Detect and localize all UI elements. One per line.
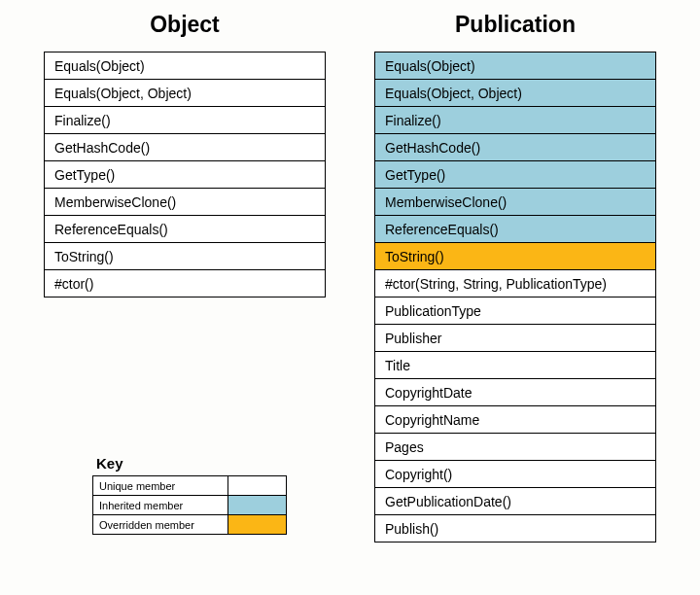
table-row: GetHashCode()	[375, 134, 656, 161]
table-row: Finalize()	[45, 107, 326, 134]
publication-member-table: Equals(Object)Equals(Object, Object)Fina…	[374, 52, 656, 542]
publication-member-cell: Title	[375, 352, 656, 379]
table-row: Publish()	[375, 515, 656, 542]
object-member-cell: Finalize()	[45, 107, 326, 134]
legend-title: Key	[92, 455, 287, 472]
object-member-cell: GetType()	[45, 161, 326, 189]
publication-member-cell: Pages	[375, 434, 656, 461]
object-member-table: Equals(Object)Equals(Object, Object)Fina…	[44, 52, 326, 298]
legend-table: Unique memberInherited memberOverridden …	[92, 475, 287, 535]
table-row: CopyrightName	[375, 406, 656, 434]
table-row: MemberwiseClone()	[45, 189, 326, 216]
object-member-cell: ToString()	[45, 243, 326, 270]
object-member-cell: ReferenceEquals()	[45, 216, 326, 243]
publication-member-cell: Publish()	[375, 515, 656, 542]
table-row: GetType()	[45, 161, 326, 189]
table-row: Equals(Object, Object)	[45, 80, 326, 107]
table-row: #ctor(String, String, PublicationType)	[375, 270, 656, 298]
object-member-cell: Equals(Object, Object)	[45, 80, 326, 107]
table-row: #ctor()	[45, 270, 326, 298]
legend-row: Inherited member	[93, 496, 287, 515]
legend-swatch	[228, 496, 287, 515]
table-row: PublicationType	[375, 298, 656, 325]
publication-member-cell: ToString()	[375, 243, 656, 270]
publication-member-cell: MemberwiseClone()	[375, 189, 656, 216]
publication-member-cell: CopyrightDate	[375, 379, 656, 406]
publication-heading: Publication	[374, 12, 656, 38]
publication-member-cell: Equals(Object, Object)	[375, 80, 656, 107]
publication-member-cell: CopyrightName	[375, 406, 656, 434]
publication-member-cell: Finalize()	[375, 107, 656, 134]
publication-member-cell: GetHashCode()	[375, 134, 656, 161]
publication-member-cell: PublicationType	[375, 298, 656, 325]
object-member-cell: GetHashCode()	[45, 134, 326, 161]
object-heading: Object	[44, 12, 326, 38]
object-column: Object Equals(Object)Equals(Object, Obje…	[44, 12, 326, 298]
publication-member-cell: Publisher	[375, 325, 656, 352]
publication-member-cell: ReferenceEquals()	[375, 216, 656, 243]
table-row: Equals(Object)	[45, 52, 326, 80]
publication-member-cell: GetType()	[375, 161, 656, 189]
legend: Key Unique memberInherited memberOverrid…	[92, 455, 287, 535]
publication-member-cell: Equals(Object)	[375, 52, 656, 80]
table-row: GetPublicationDate()	[375, 488, 656, 515]
legend-label: Overridden member	[93, 515, 228, 535]
table-row: Equals(Object, Object)	[375, 80, 656, 107]
table-row: GetHashCode()	[45, 134, 326, 161]
object-member-cell: #ctor()	[45, 270, 326, 298]
object-member-cell: Equals(Object)	[45, 52, 326, 80]
table-row: CopyrightDate	[375, 379, 656, 406]
legend-swatch	[228, 515, 287, 535]
table-row: Equals(Object)	[375, 52, 656, 80]
table-row: GetType()	[375, 161, 656, 189]
table-row: ToString()	[375, 243, 656, 270]
table-row: ReferenceEquals()	[45, 216, 326, 243]
table-row: ToString()	[45, 243, 326, 270]
publication-member-cell: GetPublicationDate()	[375, 488, 656, 515]
legend-swatch	[228, 476, 287, 496]
table-row: Copyright()	[375, 461, 656, 488]
table-row: Publisher	[375, 325, 656, 352]
publication-member-cell: #ctor(String, String, PublicationType)	[375, 270, 656, 298]
table-row: MemberwiseClone()	[375, 189, 656, 216]
publication-column: Publication Equals(Object)Equals(Object,…	[374, 12, 656, 542]
table-row: Title	[375, 352, 656, 379]
publication-member-cell: Copyright()	[375, 461, 656, 488]
table-row: ReferenceEquals()	[375, 216, 656, 243]
legend-label: Inherited member	[93, 496, 228, 515]
legend-row: Overridden member	[93, 515, 287, 535]
object-member-cell: MemberwiseClone()	[45, 189, 326, 216]
table-row: Pages	[375, 434, 656, 461]
table-row: Finalize()	[375, 107, 656, 134]
legend-row: Unique member	[93, 476, 287, 496]
legend-label: Unique member	[93, 476, 228, 496]
